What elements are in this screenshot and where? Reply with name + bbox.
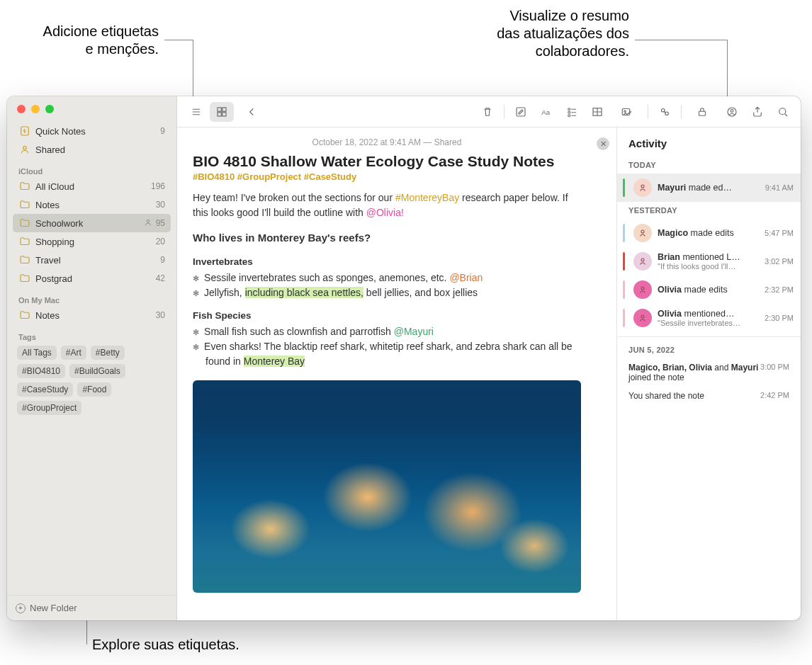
checklist-button[interactable] xyxy=(560,102,584,122)
svg-line-29 xyxy=(785,114,787,116)
sidebar-item-label: All iCloud xyxy=(35,181,151,192)
svg-point-14 xyxy=(568,111,570,113)
sidebar-folder-notes[interactable]: Notes30 xyxy=(13,195,171,214)
mention-olivia[interactable]: @Olivia! xyxy=(366,207,404,218)
back-button[interactable] xyxy=(239,102,264,122)
view-list-button[interactable] xyxy=(184,102,208,122)
zoom-icon[interactable] xyxy=(45,105,54,113)
activity-color-bar xyxy=(623,309,625,327)
callout-line xyxy=(635,40,727,40)
compose-button[interactable] xyxy=(509,102,533,122)
view-grid-button[interactable] xyxy=(210,102,234,122)
sidebar-item-label: Shared xyxy=(35,144,165,155)
close-activity-button[interactable]: ✕ xyxy=(597,137,609,150)
media-button[interactable] xyxy=(611,102,643,122)
format-button[interactable]: Aa xyxy=(534,102,558,122)
activity-shared: You shared the note 2:42 PM xyxy=(617,387,801,405)
shared-indicator-icon xyxy=(143,217,153,229)
activity-panel: Activity TODAY Mayuri made ed…9:41 AM YE… xyxy=(616,127,801,620)
tag-chip[interactable]: #Food xyxy=(77,382,111,397)
activity-color-bar xyxy=(623,252,625,271)
activity-color-bar xyxy=(623,280,625,299)
heading-reefs: Who lives in Monterey Bay's reefs? xyxy=(193,230,581,246)
note-meta: October 18, 2022 at 9:41 AM — Shared xyxy=(193,137,581,147)
activity-text: Brian mentioned L…"If this looks good I'… xyxy=(658,252,759,271)
note-content[interactable]: October 18, 2022 at 9:41 AM — Shared BIO… xyxy=(177,127,597,620)
activity-time: 3:02 PM xyxy=(765,257,794,266)
activity-time: 2:30 PM xyxy=(765,314,794,322)
avatar xyxy=(633,252,652,271)
link-note-button[interactable] xyxy=(653,102,677,122)
activity-section-today: TODAY xyxy=(617,157,801,174)
sidebar-folder-postgrad[interactable]: Postgrad42 xyxy=(13,269,171,288)
svg-rect-9 xyxy=(222,112,226,115)
sidebar-quick-notes[interactable]: Quick Notes 9 xyxy=(13,122,171,140)
sidebar-folder-travel[interactable]: Travel9 xyxy=(13,251,171,269)
tag-chip[interactable]: #GroupProject xyxy=(17,401,81,415)
sidebar-folder-notes[interactable]: Notes30 xyxy=(13,306,171,324)
tag-chip[interactable]: #Betty xyxy=(91,346,125,360)
tag-chip[interactable]: #CaseStudy xyxy=(17,382,73,397)
svg-point-1 xyxy=(23,147,27,150)
hashtag[interactable]: #MontereyBay xyxy=(395,192,459,203)
mention-mayuri[interactable]: @Mayuri xyxy=(394,326,434,337)
tag-chip[interactable]: All Tags xyxy=(17,346,57,360)
svg-point-32 xyxy=(641,258,644,261)
search-button[interactable] xyxy=(771,102,795,122)
new-folder-label: New Folder xyxy=(30,603,77,613)
sidebar-shared[interactable]: Shared xyxy=(13,140,171,159)
activity-text: Magico made edits xyxy=(658,228,759,238)
lock-button[interactable] xyxy=(686,102,718,122)
folder-icon xyxy=(18,217,31,229)
activity-item[interactable]: Mayuri made ed…9:41 AM xyxy=(617,174,801,202)
plus-icon: + xyxy=(16,603,26,613)
activity-item[interactable]: Magico made edits5:47 PM xyxy=(617,219,801,247)
delete-button[interactable] xyxy=(475,102,500,122)
share-button[interactable] xyxy=(745,102,769,122)
minimize-icon[interactable] xyxy=(31,105,40,113)
list-item: Even sharks! The blacktip reef shark, wh… xyxy=(205,339,581,369)
activity-time: 5:47 PM xyxy=(765,229,794,237)
sidebar-item-label: Schoolwork xyxy=(35,218,143,229)
sidebar-item-label: Postgrad xyxy=(35,273,156,284)
close-icon[interactable] xyxy=(17,105,26,113)
callout-activity: Visualize o resumodas atualizações dosco… xyxy=(466,7,629,60)
sidebar-folder-shopping[interactable]: Shopping20 xyxy=(13,232,171,251)
sidebar-folder-schoolwork[interactable]: Schoolwork95 xyxy=(13,214,171,232)
activity-item[interactable]: Brian mentioned L…"If this looks good I'… xyxy=(617,247,801,275)
sidebar-folder-all-icloud[interactable]: All iCloud196 xyxy=(13,177,171,195)
callout-line xyxy=(727,40,728,96)
sidebar-section-icloud: iCloud xyxy=(13,159,171,177)
shared-icon xyxy=(18,143,31,156)
activity-color-bar xyxy=(623,178,625,197)
avatar xyxy=(633,178,652,197)
table-button[interactable] xyxy=(585,102,609,122)
window-controls xyxy=(7,96,176,119)
tags-list: All Tags#Art#Betty#BIO4810#BuildGoals#Ca… xyxy=(13,343,171,418)
tag-chip[interactable]: #Art xyxy=(61,346,86,360)
toolbar: Aa xyxy=(177,96,801,127)
note-hashtags[interactable]: #BIO4810 #GroupProject #CaseStudy xyxy=(193,171,581,182)
tag-chip[interactable]: #BuildGoals xyxy=(69,364,125,378)
collaborate-button[interactable] xyxy=(720,102,744,122)
activity-title: Activity xyxy=(617,127,801,157)
sidebar-item-label: Shopping xyxy=(35,237,156,247)
sidebar-item-label: Travel xyxy=(35,255,160,266)
callout-tags-mentions: Adicione etiquetase menções. xyxy=(10,23,159,58)
heading-invert: Invertebrates xyxy=(193,255,581,269)
highlight: Monterey Bay xyxy=(244,356,305,367)
bolt-note-icon xyxy=(18,125,31,137)
mention-brian[interactable]: @Brian xyxy=(449,272,483,283)
folder-icon xyxy=(18,198,31,211)
list-item: Jellyfish, including black sea nettles, … xyxy=(205,285,581,300)
main-area: Aa October 18, 2022 at 9:41 AM — Shared … xyxy=(177,96,801,620)
activity-text: Olivia made edits xyxy=(658,285,759,295)
activity-joined: Magico, Brian, Olivia and Mayuri joined … xyxy=(617,358,801,387)
activity-item[interactable]: Olivia made edits2:32 PM xyxy=(617,275,801,304)
note-image-jellyfish[interactable] xyxy=(193,380,581,593)
activity-item[interactable]: Olivia mentioned…"Sessile invertebrates…… xyxy=(617,304,801,332)
svg-point-16 xyxy=(568,114,570,116)
new-folder-button[interactable]: + New Folder xyxy=(7,595,176,620)
svg-point-2 xyxy=(147,220,150,222)
tag-chip[interactable]: #BIO4810 xyxy=(17,364,65,378)
